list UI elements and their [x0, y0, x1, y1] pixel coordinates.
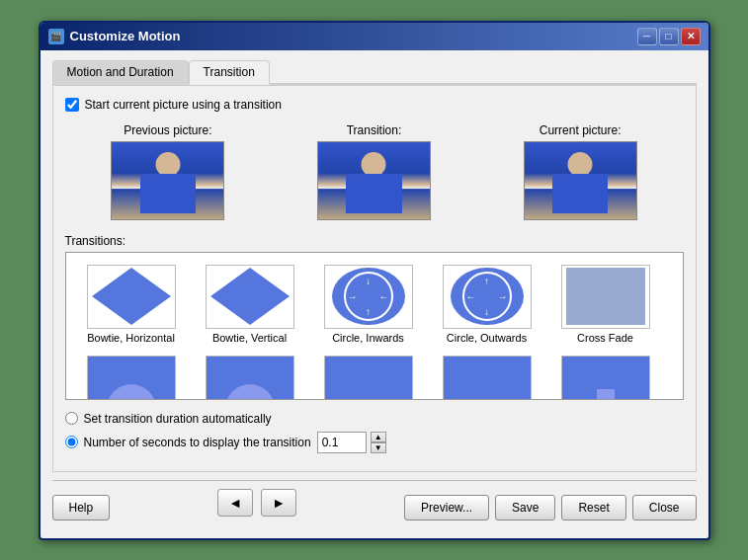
row2-2-thumb — [206, 356, 294, 400]
start-transition-label: Start current picture using a transition — [85, 98, 282, 112]
start-transition-row: Start current picture using a transition — [65, 98, 684, 112]
circle-in-thumb: ↓ ↑ → ← — [324, 265, 413, 329]
transition-row2-3[interactable] — [309, 350, 428, 400]
circle-in-label: Circle, Inwards — [332, 332, 404, 344]
previous-picture-item: Previous picture: — [111, 123, 224, 220]
previous-picture-label: Previous picture: — [124, 123, 211, 137]
current-picture-image — [524, 141, 637, 220]
circle-out-thumb: ↑ ↓ ← → — [443, 265, 532, 329]
seconds-input[interactable] — [317, 432, 367, 453]
close-window-button[interactable]: ✕ — [681, 28, 701, 45]
transition-bowtie-h[interactable]: Bowtie, Horizontal — [72, 259, 191, 350]
circle-out-shape: ↑ ↓ ← → — [451, 268, 524, 325]
circle-out-inner: ↑ ↓ ← → — [462, 272, 512, 321]
transition-preview-image — [317, 141, 431, 220]
transitions-section: Transitions: Bowtie, Horizontal — [65, 234, 684, 400]
spinner-group: ▲ ▼ — [317, 432, 386, 453]
circle-out-label: Circle, Outwards — [447, 332, 527, 344]
dialog-content: Motion and Duration Transition Start cur… — [41, 50, 708, 538]
transitions-label: Transitions: — [65, 234, 684, 248]
row2-5-thumb — [561, 356, 650, 400]
preview-button[interactable]: Preview... — [404, 495, 489, 520]
row2-1-thumb — [87, 356, 176, 400]
help-button[interactable]: Help — [52, 495, 111, 520]
start-transition-checkbox[interactable] — [65, 98, 79, 112]
bottom-left: Help — [52, 495, 111, 520]
nav-row: ◄ ► — [217, 489, 296, 517]
reset-button[interactable]: Reset — [561, 495, 625, 520]
nav-next-button[interactable]: ► — [261, 489, 296, 517]
spinner-down-button[interactable]: ▼ — [371, 442, 386, 453]
close-button[interactable]: Close — [632, 495, 697, 520]
lady-figure-prev — [112, 142, 223, 219]
window-title: Customize Motion — [70, 29, 181, 43]
current-picture-label: Current picture: — [540, 123, 622, 137]
titlebar: 🎬 Customize Motion ─ □ ✕ — [41, 23, 708, 50]
bottom-center: ◄ ► — [118, 489, 396, 526]
options-section: Set transition duration automatically Nu… — [65, 412, 684, 453]
transition-circle-in[interactable]: ↓ ↑ → ← Circle, Inwards — [309, 259, 428, 350]
transition-row2-2[interactable] — [191, 350, 309, 400]
transition-panel: Start current picture using a transition… — [52, 85, 697, 472]
tab-transition[interactable]: Transition — [189, 60, 270, 85]
lady-figure-trans — [318, 142, 430, 219]
maximize-button[interactable]: □ — [659, 28, 679, 45]
row2-4-thumb — [443, 356, 532, 400]
circle-in-shape: ↓ ↑ → ← — [332, 268, 405, 325]
bottom-right: Preview... Save Reset Close — [404, 495, 696, 520]
row2-1-shape — [107, 384, 156, 400]
bowtie-v-label: Bowtie, Vertical — [212, 332, 287, 344]
seconds-duration-radio[interactable] — [65, 436, 78, 448]
transitions-grid: Bowtie, Horizontal Bowtie, Vertical — [66, 253, 683, 400]
tab-motion-duration[interactable]: Motion and Duration — [52, 60, 189, 85]
cross-fade-shape — [566, 268, 645, 325]
bowtie-h-label: Bowtie, Horizontal — [87, 332, 175, 344]
transition-preview-item: Transition: — [317, 123, 431, 220]
spinner-buttons: ▲ ▼ — [371, 432, 386, 453]
bowtie-v-thumb — [206, 265, 294, 329]
row2-3-thumb — [324, 356, 413, 400]
seconds-duration-row: Number of seconds to display the transit… — [65, 432, 684, 453]
transition-bowtie-v[interactable]: Bowtie, Vertical — [191, 259, 309, 350]
titlebar-buttons: ─ □ ✕ — [637, 28, 701, 45]
transitions-box[interactable]: Bowtie, Horizontal Bowtie, Vertical — [65, 252, 684, 400]
save-button[interactable]: Save — [495, 495, 555, 520]
row2-2-shape — [225, 384, 275, 400]
bowtie-v-shape — [210, 268, 290, 325]
spinner-up-button[interactable]: ▲ — [371, 432, 386, 442]
auto-duration-radio[interactable] — [65, 412, 78, 425]
previous-picture-image — [111, 141, 224, 220]
transition-cross-fade[interactable]: Cross Fade — [546, 259, 665, 350]
row2-5-shape — [597, 389, 615, 400]
circle-in-inner: ↓ ↑ → ← — [344, 272, 393, 321]
customize-motion-dialog: 🎬 Customize Motion ─ □ ✕ Motion and Dura… — [39, 21, 710, 540]
cross-fade-label: Cross Fade — [577, 332, 633, 344]
bowtie-h-thumb — [87, 265, 176, 329]
transition-row2-4[interactable] — [428, 350, 546, 400]
current-picture-item: Current picture: — [524, 123, 637, 220]
titlebar-left: 🎬 Customize Motion — [48, 29, 181, 44]
nav-prev-button[interactable]: ◄ — [217, 489, 253, 517]
auto-duration-label: Set transition duration automatically — [84, 412, 272, 426]
bowtie-h-shape — [92, 268, 171, 325]
seconds-duration-label: Number of seconds to display the transit… — [84, 436, 311, 449]
tab-bar: Motion and Duration Transition — [52, 58, 697, 85]
transition-label: Transition: — [347, 123, 402, 137]
minimize-button[interactable]: ─ — [637, 28, 657, 45]
app-icon: 🎬 — [48, 29, 64, 44]
transition-row2-1[interactable] — [72, 350, 191, 400]
auto-duration-row: Set transition duration automatically — [65, 412, 684, 426]
cross-fade-thumb — [561, 265, 650, 329]
lady-figure-curr — [525, 142, 636, 219]
separator — [52, 480, 697, 481]
transition-circle-out[interactable]: ↑ ↓ ← → Circle, Outwards — [428, 259, 546, 350]
transition-row2-5[interactable] — [546, 350, 665, 400]
preview-row: Previous picture: Transition: Current pi… — [65, 123, 684, 220]
bottom-buttons: Help ◄ ► Preview... Save Reset Close — [52, 489, 697, 526]
